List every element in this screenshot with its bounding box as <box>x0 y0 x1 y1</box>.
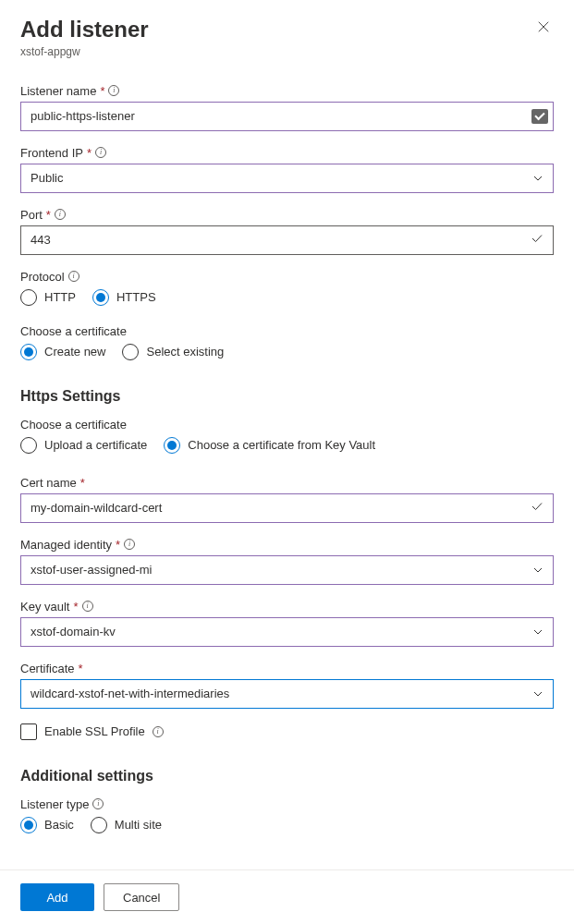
radio-icon <box>20 344 37 360</box>
managed-identity-label: Managed identity <box>20 538 112 552</box>
chevron-down-icon <box>532 565 543 576</box>
protocol-http-radio[interactable]: HTTP <box>20 289 76 306</box>
managed-identity-dropdown[interactable]: xstof-user-assigned-mi <box>20 555 554 585</box>
close-button[interactable] <box>533 17 554 41</box>
cert-create-new-label: Create new <box>44 345 105 359</box>
enable-ssl-checkbox[interactable] <box>20 723 37 740</box>
check-icon <box>531 232 543 248</box>
certificate-dropdown[interactable]: wildcard-xstof-net-with-intermediaries <box>20 679 554 709</box>
cert-name-label: Cert name <box>20 476 77 490</box>
protocol-http-label: HTTP <box>44 290 76 304</box>
cert-keyvault-label: Choose a certificate from Key Vault <box>188 438 375 452</box>
port-label: Port <box>20 208 43 222</box>
frontend-ip-dropdown[interactable]: Public <box>20 164 554 193</box>
choose-cert-label-2: Choose a certificate <box>20 418 554 432</box>
protocol-radio-group: HTTP HTTPS <box>20 289 554 306</box>
radio-icon <box>20 817 37 833</box>
cert-upload-label: Upload a certificate <box>44 438 147 452</box>
required-asterisk: * <box>79 662 83 675</box>
listener-type-multi-label: Multi site <box>115 818 162 832</box>
close-icon <box>537 20 550 36</box>
info-icon[interactable]: i <box>95 147 106 158</box>
listener-type-multi-radio[interactable]: Multi site <box>91 817 162 833</box>
cert-source-radio-group: Upload a certificate Choose a certificat… <box>20 437 554 454</box>
frontend-ip-label: Frontend IP <box>20 146 83 160</box>
cert-keyvault-radio[interactable]: Choose a certificate from Key Vault <box>164 437 375 454</box>
add-button[interactable]: Add <box>20 883 94 911</box>
panel-footer: Add Cancel <box>0 869 574 924</box>
listener-type-basic-radio[interactable]: Basic <box>20 817 74 833</box>
validation-icon <box>531 109 548 124</box>
managed-identity-value: xstof-user-assigned-mi <box>31 563 153 577</box>
certificate-label: Certificate <box>20 662 75 675</box>
cert-name-dropdown[interactable]: my-domain-wildcard-cert <box>20 493 554 523</box>
protocol-https-radio[interactable]: HTTPS <box>92 289 156 306</box>
key-vault-dropdown[interactable]: xstof-domain-kv <box>20 617 554 647</box>
listener-type-radio-group: Basic Multi site <box>20 817 554 833</box>
panel-header: Add listener xstof-appgw <box>20 17 554 58</box>
listener-type-basic-label: Basic <box>44 818 74 832</box>
required-asterisk: * <box>80 476 85 490</box>
chevron-down-icon <box>532 626 543 638</box>
info-icon[interactable]: i <box>82 601 93 612</box>
info-icon[interactable]: i <box>153 726 164 737</box>
check-icon <box>531 500 543 516</box>
cert-create-new-radio[interactable]: Create new <box>20 344 105 360</box>
https-settings-heading: Https Settings <box>20 388 554 405</box>
required-asterisk: * <box>116 538 120 552</box>
panel-subtitle: xstof-appgw <box>20 45 149 58</box>
certificate-value: wildcard-xstof-net-with-intermediaries <box>31 687 229 700</box>
cert-select-existing-radio[interactable]: Select existing <box>122 344 224 360</box>
info-icon[interactable]: i <box>68 271 79 282</box>
cancel-button[interactable]: Cancel <box>104 883 179 911</box>
protocol-https-label: HTTPS <box>116 290 156 304</box>
cert-mode-radio-group: Create new Select existing <box>20 344 554 360</box>
port-value: 443 <box>31 233 51 247</box>
enable-ssl-label: Enable SSL Profile <box>44 724 145 738</box>
protocol-label: Protocol <box>20 270 65 284</box>
cert-name-value: my-domain-wildcard-cert <box>31 501 162 515</box>
frontend-ip-value: Public <box>31 171 63 185</box>
chevron-down-icon <box>532 688 543 699</box>
panel-title: Add listener <box>20 17 149 43</box>
port-dropdown[interactable]: 443 <box>20 225 554 255</box>
info-icon[interactable]: i <box>55 209 66 220</box>
radio-icon <box>92 289 109 306</box>
radio-icon <box>91 817 107 833</box>
cert-upload-radio[interactable]: Upload a certificate <box>20 437 147 454</box>
cert-select-existing-label: Select existing <box>146 345 224 359</box>
radio-icon <box>122 344 139 360</box>
required-asterisk: * <box>46 208 51 222</box>
required-asterisk: * <box>73 600 78 614</box>
listener-name-label: Listener name <box>20 84 96 98</box>
required-asterisk: * <box>87 146 92 160</box>
info-icon[interactable]: i <box>92 798 104 809</box>
required-asterisk: * <box>100 84 104 98</box>
radio-icon <box>164 437 180 454</box>
radio-icon <box>20 437 37 454</box>
listener-name-input[interactable] <box>20 102 554 131</box>
key-vault-value: xstof-domain-kv <box>31 625 116 638</box>
chevron-down-icon <box>532 173 543 184</box>
info-icon[interactable]: i <box>124 539 135 550</box>
radio-icon <box>20 289 37 306</box>
key-vault-label: Key vault <box>20 600 69 614</box>
listener-type-label: Listener type <box>20 797 89 811</box>
additional-settings-heading: Additional settings <box>20 768 554 784</box>
choose-cert-label: Choose a certificate <box>20 324 554 338</box>
info-icon[interactable]: i <box>108 85 119 96</box>
